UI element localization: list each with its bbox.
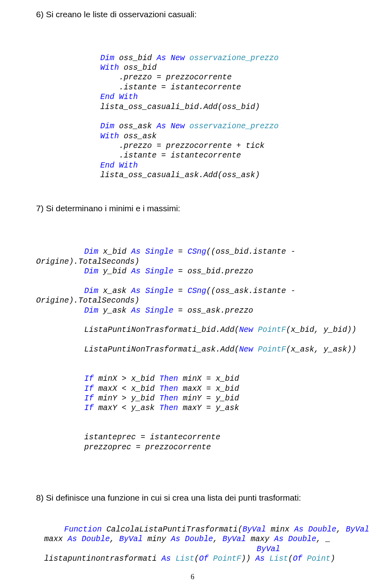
code-block-6: Dim oss_bid As New osservazione_prezzo W… xyxy=(36,43,357,180)
code-block-8: Function CalcolaListaPuntiTrasformati(By… xyxy=(36,515,357,564)
code-block-7: Dim x_bid As Single = CSng((oss_bid.ista… xyxy=(36,237,357,452)
heading-7: 7) Si determinano i minimi e i massimi: xyxy=(36,203,357,214)
heading-8: 8) Si definisce una funzione in cui si c… xyxy=(36,492,357,503)
heading-6: 6) Si creano le liste di osservazioni ca… xyxy=(36,9,357,20)
page: 6) Si creano le liste di osservazioni ca… xyxy=(0,0,385,588)
page-number: 6 xyxy=(0,572,385,582)
